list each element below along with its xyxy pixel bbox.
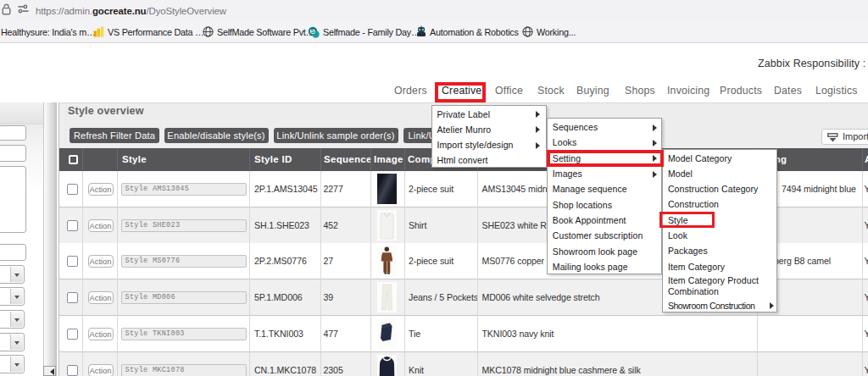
svg-text:S: S	[311, 28, 315, 34]
